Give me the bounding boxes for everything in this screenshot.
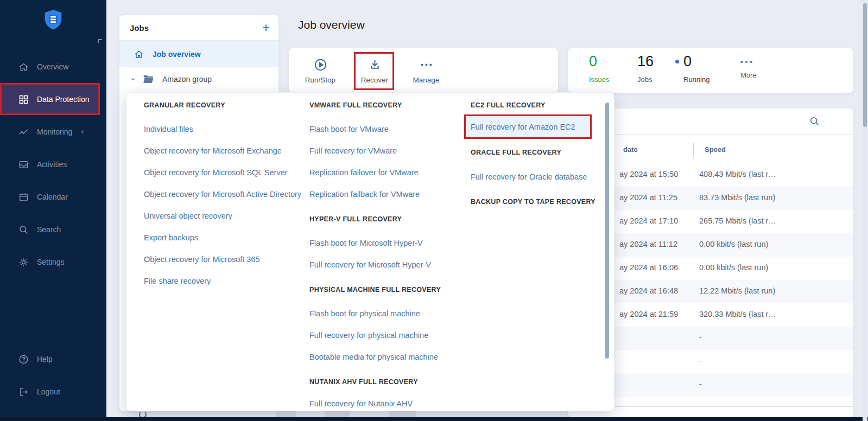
sidebar-item-overview[interactable]: Overview (0, 50, 106, 83)
sidebar-item-label: Search (37, 225, 61, 234)
stat-jobs[interactable]: 16 Jobs (637, 53, 654, 84)
sidebar: Overview Data Protection Monitoring (0, 0, 106, 421)
column-header-date[interactable]: date (623, 145, 638, 154)
grid-icon (18, 94, 29, 105)
column-header-speed[interactable]: Speed (705, 145, 726, 154)
stat-running[interactable]: 0 Running (683, 53, 709, 84)
sidebar-item-help[interactable]: Help (0, 343, 106, 375)
download-icon (368, 58, 382, 72)
sidebar-item-search[interactable]: Search (0, 213, 106, 246)
cell-speed: - (699, 380, 702, 388)
cutoff-element (389, 411, 416, 417)
dropdown-scrollbar[interactable] (605, 103, 609, 359)
menu-item[interactable]: Bootable media for physical machine (309, 351, 438, 363)
menu-item[interactable]: Full recovery for Oracle database (471, 171, 587, 183)
sidebar-item-calendar[interactable]: Calendar (0, 181, 106, 213)
cell-speed: 265.75 Mbit/s (last r… (699, 216, 776, 225)
cell-date: ay 2024 at 15:50 (619, 170, 678, 178)
menu-item[interactable]: Full recovery for physical machine (309, 329, 428, 341)
menu-item[interactable]: Individual files (144, 123, 193, 135)
add-job-button[interactable]: + (262, 22, 270, 33)
refresh-icon[interactable] (139, 411, 147, 417)
collapse-corner-icon[interactable] (98, 39, 102, 43)
chevron-down-icon[interactable] (129, 75, 137, 84)
menu-item[interactable]: Flash boot for physical machine (309, 308, 420, 320)
recover-button[interactable]: Recover (353, 58, 396, 84)
cell-speed: - (699, 333, 702, 342)
cell-date: ay 2024 at 16:48 (619, 286, 678, 295)
logout-icon (18, 386, 29, 398)
menu-section-header: HYPER-V FULL RECOVERY (309, 213, 402, 225)
menu-item[interactable]: Full recovery for Nutanix AHV (309, 398, 413, 410)
menu-item[interactable]: Replication failover for VMware (309, 167, 419, 178)
cell-speed: 12.22 Mbit/s (last run) (699, 286, 775, 295)
sidebar-item-label: Settings (37, 258, 65, 266)
sidebar-item-label: Data Protection (37, 95, 90, 104)
sidebar-item-logout[interactable]: Logout (0, 375, 106, 408)
home-icon (134, 49, 144, 60)
menu-section-header: ORACLE FULL RECOVERY (471, 146, 561, 158)
search-icon[interactable] (809, 116, 820, 129)
menu-item[interactable]: Object recovery for Microsoft SQL Server (144, 167, 288, 178)
cell-date: ay 2024 at 16:06 (619, 263, 678, 272)
folder-icon (142, 74, 154, 85)
sidebar-item-label: Logout (37, 387, 60, 396)
chevron-left-icon[interactable] (79, 128, 94, 136)
sidebar-item-label: Activities (37, 160, 67, 169)
menu-item[interactable]: Universal object recovery (144, 210, 232, 222)
play-icon (313, 58, 328, 72)
page-title: Job overview (298, 18, 365, 31)
cell-speed: 408.43 Mbit/s (last r… (699, 170, 776, 178)
jobs-item-job-overview[interactable]: Job overview (119, 41, 278, 67)
menu-item[interactable]: Flash boot for VMware (309, 123, 389, 135)
menu-item[interactable]: Export backups (144, 232, 198, 244)
menu-section-header: BACKUP COPY TO TAPE RECOVERY (471, 196, 595, 208)
issues-value: 0 (589, 53, 610, 69)
running-dot-icon (675, 60, 679, 63)
help-icon (18, 354, 29, 365)
jobs-item-label: Job overview (153, 50, 201, 59)
menu-item[interactable]: Object recovery for Microsoft Active Dir… (144, 188, 301, 200)
sidebar-item-monitoring[interactable]: Monitoring (0, 116, 106, 148)
bottom-edge-strip (0, 417, 868, 421)
cell-speed: 0.00 kbit/s (last run) (699, 263, 768, 272)
folder-glyph (142, 74, 154, 85)
jobs-panel-header: Jobs + (119, 15, 278, 41)
jobs-item-amazon-group[interactable]: Amazon group (119, 67, 278, 91)
stat-issues[interactable]: 0 Issues (589, 53, 610, 84)
job-stats-card: 0 Issues 16 Jobs 0 Running More (568, 48, 853, 93)
home-icon (18, 61, 29, 73)
calendar-icon (18, 192, 29, 203)
sidebar-item-label: Help (37, 355, 53, 363)
window-scrollbar[interactable] (863, 0, 867, 421)
menu-item[interactable]: Object recovery for Microsoft 365 (144, 253, 260, 265)
cell-date: ay 2024 at 21:59 (619, 310, 678, 318)
menu-item-full-recovery-amazon-ec2[interactable]: Full recovery for Amazon EC2 (466, 116, 591, 138)
sidebar-item-activities[interactable]: Activities (0, 148, 106, 181)
manage-button[interactable]: Manage (404, 58, 448, 84)
stat-more[interactable]: More (740, 53, 757, 79)
sidebar-item-settings[interactable]: Settings (0, 246, 106, 278)
run-stop-button[interactable]: Run/Stop (299, 58, 342, 84)
jobs-item-label: Amazon group (162, 75, 212, 84)
menu-item[interactable]: Replication failback for VMware (309, 188, 420, 200)
sidebar-nav: Overview Data Protection Monitoring (0, 50, 106, 278)
cell-date: ay 2024 at 17:10 (619, 216, 678, 225)
sidebar-footer: Help Logout (0, 343, 106, 408)
cutoff-element (325, 411, 350, 417)
running-value: 0 (683, 53, 709, 69)
cell-date: ay 2024 at 11:25 (619, 193, 677, 202)
menu-item[interactable]: Full recovery for VMware (309, 145, 397, 157)
window-scrollbar-thumb[interactable] (863, 3, 867, 127)
menu-item[interactable]: Object recovery for Microsoft Exchange (144, 145, 282, 157)
more-label: More (740, 71, 757, 79)
running-label: Running (683, 75, 709, 84)
menu-item[interactable]: Full recovery for Microsoft Hyper-V (309, 259, 431, 271)
cell-speed: - (699, 356, 702, 365)
menu-section-header: GRANULAR RECOVERY (144, 99, 225, 111)
menu-item[interactable]: Flash boot for Microsoft Hyper-V (309, 237, 423, 249)
menu-item[interactable]: File share recovery (144, 275, 211, 287)
job-actions-card: Run/Stop Recover Manage (289, 48, 558, 93)
sidebar-item-data-protection[interactable]: Data Protection (0, 84, 99, 115)
cell-speed: 0.00 kbit/s (last run) (699, 240, 768, 248)
